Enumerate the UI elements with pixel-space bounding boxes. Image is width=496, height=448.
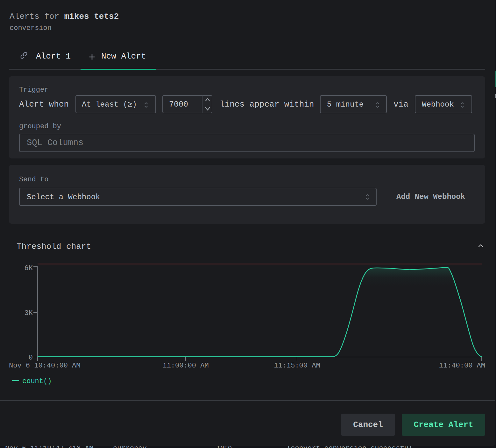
svg-text:11:40:00 AM: 11:40:00 AM: [439, 362, 485, 370]
svg-text:0: 0: [29, 354, 33, 362]
svg-text:11:15:00 AM: 11:15:00 AM: [274, 362, 320, 370]
svg-text:3K: 3K: [25, 309, 33, 317]
svg-text:6K: 6K: [25, 264, 33, 272]
svg-text:Nov 6 10:40:00 AM: Nov 6 10:40:00 AM: [9, 362, 80, 370]
svg-text:11:00:00 AM: 11:00:00 AM: [162, 362, 209, 370]
svg-text:count(): count(): [22, 377, 52, 385]
